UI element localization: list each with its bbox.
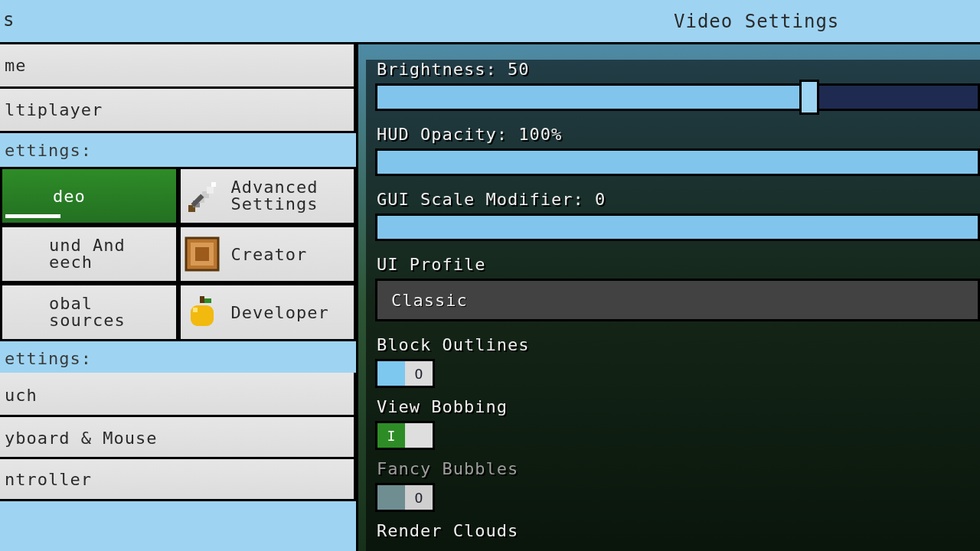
toggle-view-bobbing-left: I bbox=[377, 423, 405, 448]
svg-rect-5 bbox=[211, 182, 216, 187]
tile-developer[interactable]: Developer bbox=[178, 283, 357, 341]
label-render-clouds: Render Clouds bbox=[377, 521, 980, 540]
section-label-controller-settings: ettings: bbox=[0, 341, 356, 375]
label-block-outlines: Block Outlines bbox=[377, 335, 980, 354]
label-fancy-bubbles: Fancy Bubbles bbox=[377, 459, 980, 478]
sword-icon bbox=[184, 178, 220, 214]
nav-item-keyboard-mouse[interactable]: yboard & Mouse bbox=[0, 415, 356, 459]
toggle-block-outlines-right: O bbox=[405, 361, 433, 386]
svg-rect-13 bbox=[193, 308, 198, 312]
nav-item-game[interactable]: me bbox=[0, 44, 356, 89]
slider-gui-scale[interactable] bbox=[375, 214, 980, 241]
label-ui-profile: UI Profile bbox=[377, 255, 980, 274]
tile-sound-and-speech[interactable]: und And eech bbox=[0, 225, 178, 283]
tile-video[interactable]: deo bbox=[0, 167, 178, 225]
header-left-fragment: s bbox=[0, 0, 15, 31]
label-view-bobbing: View Bobbing bbox=[377, 397, 980, 416]
toggle-view-bobbing-right bbox=[405, 423, 433, 448]
dropdown-ui-profile[interactable]: Classic bbox=[375, 279, 980, 321]
globe-icon bbox=[5, 294, 38, 331]
svg-rect-4 bbox=[207, 187, 214, 194]
slider-brightness[interactable] bbox=[375, 83, 980, 111]
tile-advanced-settings[interactable]: Advanced Settings bbox=[178, 167, 357, 225]
tile-creator[interactable]: Creator bbox=[178, 225, 357, 283]
svg-rect-10 bbox=[200, 296, 204, 303]
label-gui-scale: GUI Scale Modifier: 0 bbox=[377, 190, 980, 209]
toggle-block-outlines[interactable]: O bbox=[375, 359, 435, 388]
slider-brightness-fill bbox=[377, 86, 809, 109]
slider-hud-fill bbox=[377, 151, 978, 174]
svg-rect-9 bbox=[195, 247, 209, 261]
sidebar: me ltiplayer ettings: deo Advanced Setti… bbox=[0, 44, 358, 551]
slider-gui-fill bbox=[377, 216, 978, 239]
slider-brightness-handle[interactable] bbox=[799, 80, 819, 115]
slider-hud-opacity[interactable] bbox=[375, 148, 980, 176]
settings-panel: Brightness: 50 HUD Opacity: 100% GUI Sca… bbox=[358, 44, 980, 551]
nav-item-touch[interactable]: uch bbox=[0, 373, 356, 417]
nav-item-multiplayer[interactable]: ltiplayer bbox=[0, 89, 356, 133]
toggle-block-outlines-left bbox=[377, 361, 405, 386]
nav-item-controller[interactable]: ntroller bbox=[0, 457, 356, 501]
dropdown-ui-profile-value: Classic bbox=[391, 291, 468, 310]
section-label-settings: ettings: bbox=[0, 133, 356, 167]
toggle-fancy-bubbles-right: O bbox=[405, 485, 433, 510]
label-brightness: Brightness: 50 bbox=[377, 60, 980, 79]
command-block-icon bbox=[184, 236, 220, 272]
golden-apple-icon bbox=[184, 294, 220, 331]
svg-rect-11 bbox=[204, 298, 211, 303]
video-icon bbox=[5, 178, 42, 214]
toggle-fancy-bubbles-left bbox=[377, 485, 405, 510]
settings-grid: deo Advanced Settings und And eech Creat… bbox=[0, 167, 356, 341]
header-bar: s Video Settings bbox=[0, 0, 980, 44]
sound-icon bbox=[5, 236, 38, 272]
label-hud-opacity: HUD Opacity: 100% bbox=[377, 125, 980, 144]
toggle-view-bobbing[interactable]: I bbox=[375, 421, 435, 450]
tile-global-resources[interactable]: obal sources bbox=[0, 283, 178, 341]
page-title: Video Settings bbox=[674, 11, 839, 32]
toggle-fancy-bubbles: O bbox=[375, 483, 435, 512]
